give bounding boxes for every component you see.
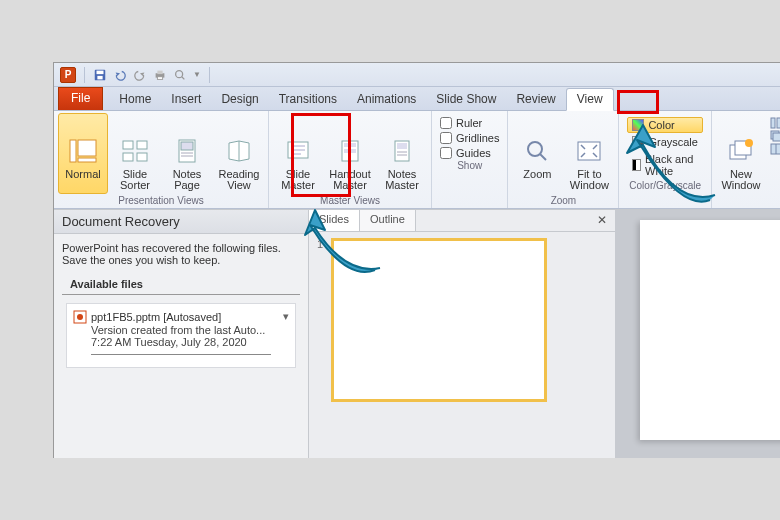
- black-white-button[interactable]: Black and White: [627, 151, 703, 179]
- close-panel-button[interactable]: ✕: [589, 210, 615, 231]
- fit-window-button[interactable]: Fit to Window: [564, 113, 614, 194]
- print-icon[interactable]: [153, 68, 167, 82]
- notes-master-button[interactable]: Notes Master: [377, 113, 427, 194]
- file-timestamp: 7:22 AM Tuesday, July 28, 2020: [73, 336, 289, 348]
- svg-rect-8: [70, 140, 76, 162]
- notes-page-label: Notes Page: [166, 169, 208, 191]
- tab-home[interactable]: Home: [109, 89, 161, 110]
- group-label: Show: [436, 159, 503, 173]
- notes-master-label: Notes Master: [381, 169, 423, 191]
- group-zoom: Zoom Fit to Window Zoom: [508, 111, 619, 208]
- zoom-label: Zoom: [516, 169, 558, 191]
- slide-sorter-button[interactable]: Slide Sorter: [110, 113, 160, 194]
- arrange-all-button[interactable]: A: [770, 117, 780, 129]
- guides-checkbox[interactable]: Guides: [440, 147, 499, 159]
- svg-rect-5: [157, 76, 162, 79]
- slide-master-icon: [282, 135, 314, 167]
- svg-rect-9: [78, 140, 96, 156]
- ribbon-view: Normal Slide Sorter Notes Page Reading V…: [54, 111, 780, 209]
- redo-icon[interactable]: [133, 68, 147, 82]
- tab-file[interactable]: File: [58, 87, 103, 110]
- handout-master-label: Handout Master: [329, 169, 371, 191]
- notes-page-icon: [171, 135, 203, 167]
- normal-view-label: Normal: [62, 169, 104, 191]
- document-recovery-pane: Document Recovery PowerPoint has recover…: [54, 209, 309, 458]
- grayscale-button[interactable]: Grayscale: [627, 134, 703, 150]
- group-color-grayscale: Color Grayscale Black and White Color/Gr…: [619, 111, 712, 208]
- reading-view-icon: [223, 135, 255, 167]
- chevron-down-icon[interactable]: ▾: [283, 310, 289, 323]
- normal-view-icon: [67, 135, 99, 167]
- svg-rect-2: [97, 75, 102, 79]
- slide-thumbnail[interactable]: 1: [317, 238, 607, 402]
- recovery-title: Document Recovery: [54, 210, 308, 234]
- ruler-checkbox[interactable]: Ruler: [440, 117, 499, 129]
- recovery-message: PowerPoint has recovered the following f…: [54, 234, 308, 274]
- svg-point-6: [176, 70, 183, 77]
- tab-slideshow[interactable]: Slide Show: [426, 89, 506, 110]
- outline-tab[interactable]: Outline: [360, 210, 416, 231]
- move-split-button[interactable]: M: [770, 143, 780, 155]
- slide-canvas[interactable]: [615, 209, 780, 458]
- slide-master-button[interactable]: Slide Master: [273, 113, 323, 194]
- cascade-button[interactable]: C: [770, 130, 780, 142]
- slide-sorter-icon: [119, 135, 151, 167]
- slides-tab[interactable]: Slides: [309, 210, 360, 231]
- group-window: New Window A C M: [712, 111, 780, 208]
- save-icon[interactable]: [93, 68, 107, 82]
- recovered-file-item[interactable]: ▾ ppt1FB5.pptm [Autosaved] Version creat…: [66, 303, 296, 368]
- slide-page: [640, 220, 780, 440]
- handout-master-button[interactable]: Handout Master: [325, 113, 375, 194]
- new-window-icon: [725, 135, 757, 167]
- svg-rect-26: [351, 143, 356, 147]
- group-master-views: Slide Master Handout Master Notes Master…: [269, 111, 432, 208]
- preview-icon[interactable]: [173, 68, 187, 82]
- svg-point-33: [528, 142, 542, 156]
- notes-master-icon: [386, 135, 418, 167]
- normal-view-button[interactable]: Normal: [58, 113, 108, 194]
- fit-window-label: Fit to Window: [568, 169, 610, 191]
- notes-page-button[interactable]: Notes Page: [162, 113, 212, 194]
- slides-outline-panel: Slides Outline ✕ 1: [309, 209, 615, 458]
- svg-rect-42: [773, 133, 780, 141]
- file-version-line: Version created from the last Auto...: [73, 324, 289, 336]
- svg-rect-25: [344, 143, 349, 147]
- undo-icon[interactable]: [113, 68, 127, 82]
- new-window-label: New Window: [720, 169, 762, 191]
- svg-rect-27: [344, 149, 349, 153]
- svg-rect-14: [137, 153, 147, 161]
- svg-point-38: [745, 139, 753, 147]
- svg-rect-35: [578, 142, 600, 160]
- handout-master-icon: [334, 135, 366, 167]
- color-button[interactable]: Color: [627, 117, 703, 133]
- thumbnail-list: 1: [309, 232, 615, 408]
- group-label: Zoom: [512, 194, 614, 208]
- tab-insert[interactable]: Insert: [161, 89, 211, 110]
- reading-view-label: Reading View: [218, 169, 260, 191]
- workspace: Document Recovery PowerPoint has recover…: [54, 209, 780, 458]
- svg-rect-12: [137, 141, 147, 149]
- powerpoint-window: P ▼ File Home Insert Design Transitions …: [53, 62, 780, 458]
- available-files-header: Available files: [62, 274, 300, 295]
- tab-animations[interactable]: Animations: [347, 89, 426, 110]
- qat-dropdown-icon[interactable]: ▼: [193, 70, 201, 79]
- tab-review[interactable]: Review: [506, 89, 565, 110]
- zoom-button[interactable]: Zoom: [512, 113, 562, 194]
- gridlines-checkbox[interactable]: Gridlines: [440, 132, 499, 144]
- tab-view[interactable]: View: [566, 88, 614, 111]
- svg-rect-1: [97, 70, 104, 74]
- group-label: Color/Grayscale: [623, 179, 707, 193]
- tab-transitions[interactable]: Transitions: [269, 89, 347, 110]
- grayscale-swatch-icon: [632, 136, 644, 148]
- file-name: ppt1FB5.pptm [Autosaved]: [91, 311, 221, 323]
- new-window-button[interactable]: New Window: [716, 113, 766, 194]
- group-show: Ruler Gridlines Guides Show: [432, 111, 508, 208]
- tab-design[interactable]: Design: [211, 89, 268, 110]
- svg-rect-11: [123, 141, 133, 149]
- svg-rect-10: [78, 158, 96, 162]
- reading-view-button[interactable]: Reading View: [214, 113, 264, 194]
- svg-rect-16: [181, 142, 193, 150]
- svg-rect-4: [157, 70, 162, 74]
- color-swatch-icon: [632, 119, 644, 131]
- svg-point-46: [77, 314, 83, 320]
